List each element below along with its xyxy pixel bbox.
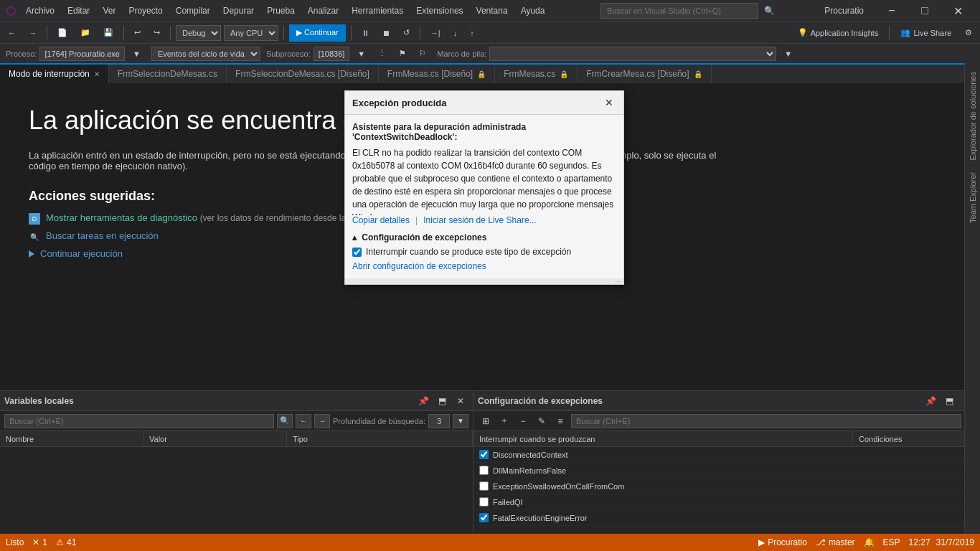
locals-search-icon-btn[interactable]: 🔍 — [277, 414, 293, 428]
solution-explorer-tab[interactable]: Explorador de soluciones — [966, 66, 980, 166]
restart-button[interactable]: ↺ — [398, 24, 415, 42]
exc-checkbox-2[interactable] — [479, 481, 489, 491]
tab-break-mode-close[interactable]: ✕ — [94, 70, 100, 78]
exception-dialog: Excepción producida ✕ Asistente para la … — [344, 90, 624, 285]
status-bell[interactable]: 🔔 — [864, 537, 875, 547]
pause-button[interactable]: ⏸ — [357, 24, 374, 42]
platform-dropdown[interactable]: Any CPU — [224, 25, 278, 41]
thread-filter-btn[interactable]: ⋮ — [373, 45, 391, 62]
menu-ventana[interactable]: Ventana — [471, 4, 514, 17]
toolbar-sep-4 — [283, 26, 284, 40]
menu-analizar[interactable]: Analizar — [302, 4, 344, 17]
menu-extensiones[interactable]: Extensiones — [410, 4, 468, 17]
locals-nav-back-btn[interactable]: ← — [296, 414, 311, 428]
action-diagnostics-link[interactable]: Mostrar herramientas de diagnóstico — [46, 212, 197, 223]
menu-depurar[interactable]: Depurar — [217, 4, 260, 17]
exc-checkbox-4[interactable] — [479, 513, 489, 522]
action-search-tasks-link[interactable]: Buscar tareas en ejecución — [46, 230, 159, 241]
exceptions-edit-btn[interactable]: ✎ — [534, 413, 550, 429]
exceptions-search-input[interactable] — [571, 414, 961, 428]
status-language[interactable]: ESP — [883, 537, 900, 547]
continue-button[interactable]: ▶ Continuar — [289, 24, 346, 42]
action-continue-link[interactable]: Continuar ejecución — [40, 248, 123, 259]
exceptions-float-btn[interactable]: ⬒ — [941, 393, 957, 409]
close-button[interactable]: ✕ — [941, 0, 974, 22]
open-exception-config-link[interactable]: Abrir configuración de excepciones — [352, 261, 616, 271]
step-into-button[interactable]: ↓ — [448, 24, 463, 42]
exceptions-add-btn[interactable]: ＋ — [496, 413, 512, 429]
exception-break-checkbox[interactable] — [352, 248, 362, 257]
thread-flag-btn[interactable]: ⚑ — [394, 45, 411, 62]
exc-name-4: FatalExecutionEngineError — [493, 514, 587, 522]
status-errors[interactable]: ✕ 1 — [32, 537, 47, 547]
new-file-button[interactable]: 📄 — [52, 24, 72, 42]
dialog-resize-handle[interactable]: ⋯ — [345, 278, 623, 284]
settings-button[interactable]: ⚙ — [960, 24, 977, 42]
status-ready[interactable]: Listo — [6, 537, 24, 547]
app-insights-btn[interactable]: 💡 Application Insights — [792, 28, 885, 37]
thread-flag2-btn[interactable]: ⚐ — [414, 45, 431, 62]
menu-proyecto[interactable]: Proyecto — [123, 4, 168, 17]
exceptions-remove-btn[interactable]: − — [515, 413, 531, 429]
menu-compilar[interactable]: Compilar — [170, 4, 216, 17]
thread-dropdown-btn[interactable]: ▼ — [352, 45, 370, 62]
tab-frm-seleccion-cs[interactable]: FrmSeleccionDeMesas.cs — [109, 65, 227, 83]
team-explorer-tab[interactable]: Team Explorer — [966, 166, 980, 229]
exc-checkbox-0[interactable] — [479, 450, 489, 459]
live-share-session-link[interactable]: Iniciar sesión de Live Share... — [423, 215, 536, 225]
status-warnings[interactable]: ⚠ 41 — [56, 537, 76, 547]
exception-config-section: ▴ Configuración de excepciones Interrump… — [352, 232, 616, 271]
locals-depth-input[interactable] — [428, 414, 450, 428]
exceptions-list-btn[interactable]: ≡ — [552, 413, 568, 429]
back-button[interactable]: ← — [3, 24, 21, 42]
menu-archivo[interactable]: Archivo — [20, 4, 60, 17]
menu-ver[interactable]: Ver — [97, 4, 121, 17]
stack-dropdown[interactable] — [489, 47, 776, 61]
forward-button[interactable]: → — [24, 24, 42, 42]
copy-details-link[interactable]: Copiar detalles — [352, 215, 410, 225]
tab-frm-mesas-design[interactable]: FrmMesas.cs [Diseño] 🔒 — [379, 65, 495, 83]
vs-search-input[interactable] — [600, 3, 758, 19]
status-datetime: 12:27 31/7/2019 — [909, 537, 974, 547]
process-dropdown-btn[interactable]: ▼ — [128, 45, 146, 62]
minimize-button[interactable]: − — [875, 0, 908, 22]
redo-button[interactable]: ↪ — [149, 24, 165, 42]
locals-depth-dropdown-btn[interactable]: ▼ — [453, 414, 468, 428]
status-project[interactable]: ▶ Procuratio — [758, 537, 807, 547]
step-out-button[interactable]: ↑ — [465, 24, 479, 42]
toolbar-sep-6 — [420, 26, 420, 40]
exceptions-table: Interrumpir cuando se produzcan Condicio… — [473, 431, 980, 534]
save-button[interactable]: 💾 — [98, 24, 118, 42]
stack-expand-btn[interactable]: ▼ — [779, 45, 797, 62]
lifecycle-dropdown[interactable]: Eventos del ciclo de vida — [151, 47, 260, 61]
menu-ayuda[interactable]: Ayuda — [515, 4, 551, 17]
debug-config-dropdown[interactable]: Debug — [176, 25, 221, 41]
status-ready-text: Listo — [6, 537, 24, 547]
exceptions-pin-btn[interactable]: 📌 — [923, 393, 938, 409]
locals-nav-fwd-btn[interactable]: → — [314, 414, 330, 428]
tab-break-mode[interactable]: Modo de interrupción ✕ — [0, 65, 109, 83]
locals-float-btn[interactable]: ⬒ — [434, 393, 450, 409]
locals-pin-btn[interactable]: 📌 — [415, 393, 431, 409]
status-branch[interactable]: ⎇ master — [816, 537, 855, 547]
exceptions-filter-btn[interactable]: ⊞ — [478, 413, 494, 429]
maximize-button[interactable]: □ — [908, 0, 941, 22]
stop-button[interactable]: ⏹ — [377, 24, 395, 42]
menu-editar[interactable]: Editar — [62, 4, 95, 17]
menu-herramientas[interactable]: Herramientas — [346, 4, 409, 17]
tab-frm-seleccion-design[interactable]: FrmSeleccionDeMesas.cs [Diseño] — [227, 65, 379, 83]
exc-checkbox-3[interactable] — [479, 497, 489, 507]
exc-checkbox-1[interactable] — [479, 466, 489, 475]
config-expand-icon[interactable]: ▴ — [352, 232, 357, 242]
locals-close-btn[interactable]: ✕ — [453, 393, 468, 409]
lifecycle-section: Eventos del ciclo de vida — [151, 47, 260, 61]
menu-prueba[interactable]: Prueba — [261, 4, 301, 17]
undo-button[interactable]: ↩ — [129, 24, 146, 42]
locals-search-input[interactable] — [4, 414, 274, 428]
step-over-button[interactable]: →| — [425, 24, 446, 42]
tab-frm-mesas-cs[interactable]: FrmMesas.cs 🔒 — [495, 65, 578, 83]
open-file-button[interactable]: 📁 — [75, 24, 95, 42]
tab-frm-crear-design[interactable]: FrmCrearMesa.cs [Diseño] 🔒 — [578, 65, 711, 83]
live-share-btn[interactable]: 👥 Live Share — [895, 28, 957, 37]
exception-dialog-close[interactable]: ✕ — [602, 95, 616, 110]
